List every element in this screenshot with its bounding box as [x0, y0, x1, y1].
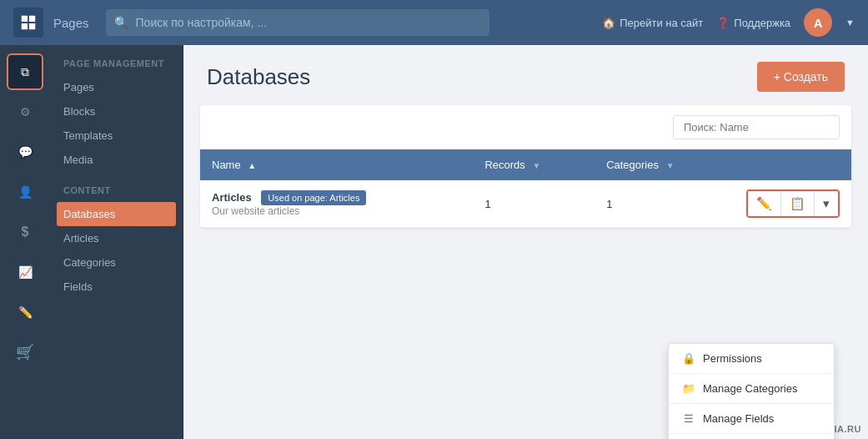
sidebar-icon-basket[interactable]: 🛒 — [7, 334, 43, 371]
nav-articles[interactable]: Articles — [50, 226, 183, 250]
avatar-caret-icon[interactable]: ▼ — [845, 18, 855, 28]
more-button[interactable]: ▾ — [814, 191, 838, 216]
table-row: Articles Used on page: Articles Our webs… — [200, 180, 851, 228]
row-badge: Used on page: Articles — [261, 190, 366, 205]
avatar[interactable]: A — [804, 8, 832, 37]
lock-icon: 🔒 — [682, 352, 695, 365]
copy-button[interactable]: 📋 — [780, 191, 814, 216]
col-records[interactable]: Records ▼ — [473, 149, 595, 180]
home-icon: 🏠 — [602, 17, 615, 29]
nav-templates[interactable]: Templates — [50, 124, 183, 148]
page-title: Databases — [207, 64, 310, 90]
sort-arrow-dn-icon: ▼ — [532, 161, 540, 170]
sidebar-nav: PAGE MANAGEMENT Pages Blocks Templates M… — [50, 45, 183, 439]
folder-icon: 📁 — [682, 382, 695, 395]
topbar-search-wrap: 🔍 — [106, 9, 489, 36]
sort-arrow-dn-icon-2: ▼ — [666, 161, 675, 170]
databases-table: Name ▲ Records ▼ Categories ▼ — [200, 149, 851, 228]
cell-actions: ✏️ 📋 ▾ — [735, 180, 851, 228]
layout: ⧉ ⚙ 💬 👤 $ 📈 ✏️ 🛒 PAGE MANAGEMENT Pages B… — [0, 45, 868, 439]
topbar-pages-label: Pages — [53, 16, 89, 30]
dropdown-permissions[interactable]: 🔒 Permissions — [669, 344, 834, 373]
cell-name: Articles Used on page: Articles Our webs… — [200, 180, 473, 228]
sidebar-icon-chat[interactable]: 💬 — [7, 134, 43, 170]
row-subtitle: Our website articles — [212, 205, 461, 217]
sidebar-icon-user[interactable]: 👤 — [7, 174, 43, 210]
main-header: Databases + Создать — [183, 45, 868, 105]
nav-blocks[interactable]: Blocks — [50, 99, 183, 124]
edit-button[interactable]: ✏️ — [748, 191, 780, 216]
sidebar-icon-pages[interactable]: ⧉ — [7, 53, 43, 90]
col-actions — [735, 149, 851, 180]
table-search-input[interactable] — [673, 115, 840, 139]
row-title: Articles — [212, 191, 252, 204]
dropdown-download[interactable]: ⬇ Скачать — [669, 434, 834, 439]
support-button[interactable]: ❓ Поддержка — [716, 17, 790, 29]
section-page-management: PAGE MANAGEMENT — [50, 58, 183, 75]
logo[interactable] — [13, 8, 43, 38]
section-content: CONTENT — [50, 185, 183, 202]
nav-pages[interactable]: Pages — [50, 75, 183, 99]
fields-icon: ☰ — [682, 412, 695, 425]
sort-arrow-up-icon: ▲ — [248, 161, 256, 170]
row-name-wrap: Articles Used on page: Articles — [212, 191, 461, 204]
go-to-site-button[interactable]: 🏠 Перейти на сайт — [602, 17, 703, 29]
cell-categories: 1 — [595, 180, 735, 228]
nav-databases[interactable]: Databases — [57, 202, 176, 226]
dropdown-menu: 🔒 Permissions 📁 Manage Categories ☰ Mana… — [668, 343, 835, 439]
sidebar-icons: ⧉ ⚙ 💬 👤 $ 📈 ✏️ 🛒 — [0, 45, 50, 439]
question-icon: ❓ — [716, 17, 730, 29]
nav-fields[interactable]: Fields — [50, 275, 183, 299]
create-button[interactable]: + Создать — [757, 62, 845, 92]
nav-categories[interactable]: Categories — [50, 250, 183, 275]
sidebar-icon-chart[interactable]: 📈 — [7, 254, 43, 290]
col-name[interactable]: Name ▲ — [200, 149, 473, 180]
dropdown-manage-categories[interactable]: 📁 Manage Categories — [669, 374, 834, 403]
nav-media[interactable]: Media — [50, 148, 183, 172]
topbar-actions: 🏠 Перейти на сайт ❓ Поддержка A ▼ — [602, 8, 855, 37]
col-categories[interactable]: Categories ▼ — [595, 149, 735, 180]
main-content: Databases + Создать Name ▲ Records ▼ — [183, 45, 868, 439]
sidebar-icon-money[interactable]: $ — [7, 214, 43, 250]
topbar-search-input[interactable] — [106, 9, 489, 36]
table-search-row — [200, 105, 851, 149]
topbar: Pages 🔍 🏠 Перейти на сайт ❓ Поддержка A … — [0, 0, 868, 45]
cell-records: 1 — [473, 180, 595, 228]
action-buttons: ✏️ 📋 ▾ — [746, 189, 840, 218]
sidebar-icon-paint[interactable]: ✏️ — [7, 294, 43, 331]
databases-table-wrap: Name ▲ Records ▼ Categories ▼ — [200, 105, 851, 228]
dropdown-manage-fields[interactable]: ☰ Manage Fields — [669, 404, 834, 433]
search-icon: 🔍 — [114, 16, 128, 29]
sidebar-icon-settings[interactable]: ⚙ — [7, 93, 43, 130]
